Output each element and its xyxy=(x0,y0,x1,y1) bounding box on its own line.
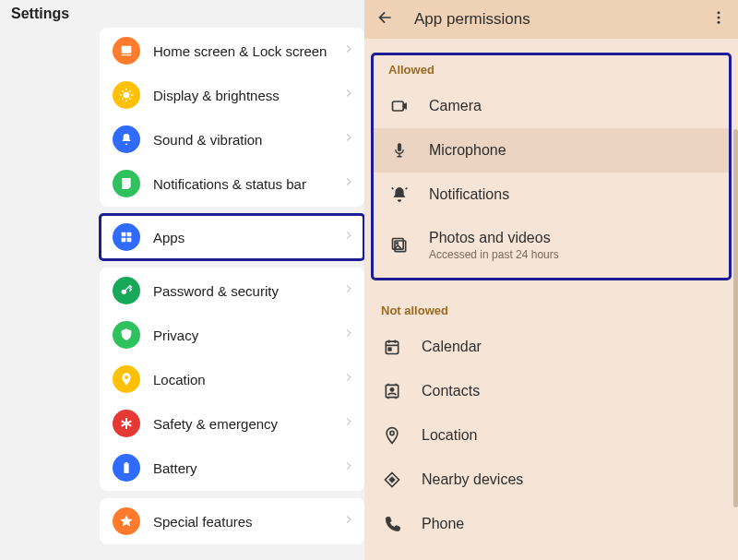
permission-text: Notifications xyxy=(429,186,509,203)
allowed-list: CameraMicrophoneNotificationsPhotos and … xyxy=(372,84,731,274)
chevron-right-icon xyxy=(342,415,355,432)
settings-item-label: Location xyxy=(153,372,342,387)
permission-text: Photos and videosAccessed in past 24 hou… xyxy=(429,230,559,261)
settings-item-label: Privacy xyxy=(153,328,342,343)
not-allowed-list: CalendarContactsLocationNearby devicesPh… xyxy=(364,325,738,546)
permission-text: Microphone xyxy=(429,142,506,159)
key-icon xyxy=(113,277,140,304)
chevron-right-icon xyxy=(342,327,355,343)
settings-card: Home screen & Lock screenDisplay & brigh… xyxy=(100,28,364,207)
permission-item-photos[interactable]: Photos and videosAccessed in past 24 hou… xyxy=(372,217,731,274)
contacts-icon xyxy=(381,382,403,400)
chevron-right-icon xyxy=(342,175,355,192)
permission-item-calendar[interactable]: Calendar xyxy=(364,325,738,369)
permission-label: Nearby devices xyxy=(422,471,523,488)
permission-text: Phone xyxy=(422,516,464,532)
settings-item-label: Special features xyxy=(153,514,342,530)
phone-icon xyxy=(381,515,403,533)
permission-label: Photos and videos xyxy=(429,230,559,246)
settings-item-battery[interactable]: Battery xyxy=(100,446,364,490)
settings-card: Special features xyxy=(100,498,364,544)
calendar-icon xyxy=(381,338,403,356)
settings-list: Home screen & Lock screenDisplay & brigh… xyxy=(100,28,364,544)
settings-pane: Settings Home screen & Lock screenDispla… xyxy=(0,0,364,560)
permission-item-camera[interactable]: Camera xyxy=(372,84,731,128)
settings-item-location[interactable]: Location xyxy=(100,357,364,401)
chevron-right-icon xyxy=(342,282,355,299)
chevron-right-icon xyxy=(342,459,355,476)
scroll-indicator xyxy=(733,129,738,507)
permission-item-contacts[interactable]: Contacts xyxy=(364,369,738,413)
permission-item-location[interactable]: Location xyxy=(364,413,738,458)
chevron-right-icon xyxy=(342,42,355,59)
sun-icon xyxy=(113,81,140,109)
chevron-right-icon xyxy=(342,513,355,530)
chevron-right-icon xyxy=(342,371,355,387)
permission-text: Contacts xyxy=(422,383,480,399)
settings-item-sound[interactable]: Sound & vibration xyxy=(100,117,364,161)
permission-label: Microphone xyxy=(429,142,506,159)
settings-item-privacy[interactable]: Privacy xyxy=(100,313,364,357)
settings-item-notif[interactable]: Notifications & status bar xyxy=(100,161,364,206)
chevron-right-icon xyxy=(342,229,355,245)
home-icon xyxy=(113,37,140,65)
permission-item-microphone[interactable]: Microphone xyxy=(372,128,731,173)
settings-item-label: Apps xyxy=(153,230,342,245)
settings-item-pwd[interactable]: Password & security xyxy=(100,268,364,313)
settings-title: Settings xyxy=(0,0,364,28)
permission-label: Contacts xyxy=(422,383,480,399)
permission-label: Calendar xyxy=(422,339,482,355)
allowed-header: Allowed xyxy=(372,54,731,84)
permission-text: Calendar xyxy=(422,339,482,355)
settings-item-label: Sound & vibration xyxy=(153,132,342,148)
settings-item-home[interactable]: Home screen & Lock screen xyxy=(100,29,364,73)
camera-icon xyxy=(388,97,411,115)
settings-item-label: Display & brightness xyxy=(153,88,342,103)
chevron-right-icon xyxy=(342,87,355,103)
pin-icon xyxy=(113,365,140,393)
bell-icon xyxy=(113,125,140,153)
permissions-pane: App permissions Allowed CameraMicrophone… xyxy=(364,0,738,560)
chevron-right-icon xyxy=(342,131,355,148)
permission-label: Camera xyxy=(429,98,482,114)
permission-label: Phone xyxy=(422,516,464,532)
permissions-header: App permissions xyxy=(364,0,738,39)
diamond-icon xyxy=(381,471,403,489)
permission-text: Camera xyxy=(429,98,482,114)
permission-subtext: Accessed in past 24 hours xyxy=(429,248,559,261)
settings-item-label: Home screen & Lock screen xyxy=(153,43,342,59)
allowed-section-highlight: Allowed CameraMicrophoneNotificationsPho… xyxy=(372,54,731,280)
settings-card: Password & securityPrivacyLocationSafety… xyxy=(100,268,364,491)
settings-item-label: Notifications & status bar xyxy=(153,176,342,192)
settings-item-label: Password & security xyxy=(153,283,342,299)
note-icon xyxy=(113,170,140,197)
battery-icon xyxy=(113,454,140,482)
shield-icon xyxy=(113,321,140,349)
settings-item-special[interactable]: Special features xyxy=(100,499,364,543)
permission-label: Notifications xyxy=(429,186,509,203)
photos-icon xyxy=(388,236,411,255)
star-icon xyxy=(113,507,140,535)
permission-text: Nearby devices xyxy=(422,471,523,488)
settings-item-display[interactable]: Display & brightness xyxy=(100,73,364,117)
permission-item-phone[interactable]: Phone xyxy=(364,502,738,546)
permission-item-nearby[interactable]: Nearby devices xyxy=(364,458,738,502)
settings-card: Apps xyxy=(100,214,364,260)
permission-item-notifs[interactable]: Notifications xyxy=(372,173,731,217)
grid-icon xyxy=(113,223,140,251)
settings-item-label: Safety & emergency xyxy=(153,416,342,432)
asterisk-icon xyxy=(113,410,140,437)
pin2-icon xyxy=(381,426,403,445)
back-button[interactable] xyxy=(375,8,394,30)
bell2-icon xyxy=(388,185,411,204)
mic-icon xyxy=(388,141,411,160)
not-allowed-header: Not allowed xyxy=(364,294,738,325)
more-button[interactable] xyxy=(710,9,727,30)
settings-item-safety[interactable]: Safety & emergency xyxy=(100,401,364,446)
settings-item-label: Battery xyxy=(153,460,342,476)
settings-item-apps[interactable]: Apps xyxy=(100,215,364,259)
permission-label: Location xyxy=(422,427,478,444)
permissions-body: Allowed CameraMicrophoneNotificationsPho… xyxy=(364,39,738,560)
permission-text: Location xyxy=(422,427,478,444)
permissions-title: App permissions xyxy=(414,10,694,29)
